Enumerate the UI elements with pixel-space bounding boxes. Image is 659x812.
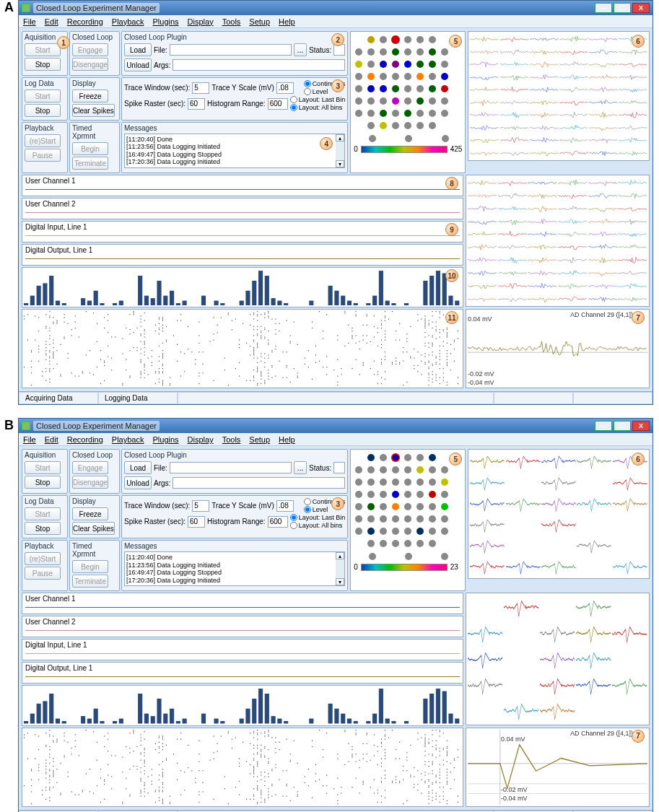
maximize-button[interactable]: ☐ — [614, 421, 631, 431]
mea-grid[interactable] — [354, 453, 462, 549]
electrode-dot[interactable] — [380, 122, 387, 129]
engage-button[interactable]: Engage — [72, 461, 108, 474]
menu-setup[interactable]: Setup — [249, 435, 270, 444]
electrode-dot[interactable] — [441, 466, 448, 473]
plugin-file-input[interactable] — [170, 462, 292, 473]
freeze-button[interactable]: Freeze — [72, 507, 108, 520]
close-button[interactable]: X — [632, 3, 650, 13]
messages-box[interactable]: [11:20:40] Done [11:23:56] Data Logging … — [124, 134, 345, 168]
menu-help[interactable]: Help — [279, 435, 295, 444]
menu-plugins[interactable]: Plugins — [152, 17, 178, 26]
menu-edit[interactable]: Edit — [45, 435, 58, 444]
lastbin-radio[interactable]: Layout: Last Bin — [290, 96, 346, 103]
plugin-unload-button[interactable]: Unload — [124, 58, 152, 71]
tracey-input[interactable] — [276, 500, 294, 512]
electrode-dot[interactable] — [380, 466, 387, 473]
electrode-dot[interactable] — [355, 479, 362, 486]
electrode-dot[interactable] — [404, 503, 411, 510]
menu-recording[interactable]: Recording — [67, 435, 103, 444]
electrode-dot[interactable] — [367, 48, 375, 56]
messages-scrollbar[interactable]: ▴▾ — [336, 552, 344, 585]
electrode-dot[interactable] — [404, 97, 411, 105]
electrode-dot[interactable] — [367, 491, 375, 498]
menu-tools[interactable]: Tools — [222, 17, 241, 26]
electrode-dot[interactable] — [380, 36, 387, 43]
mea-grid[interactable] — [354, 35, 462, 131]
menu-tools[interactable]: Tools — [222, 435, 241, 444]
electrode-dot[interactable] — [392, 540, 399, 547]
electrode-dot[interactable] — [429, 85, 436, 92]
spikeraster-input[interactable] — [188, 98, 205, 110]
electrode-dot[interactable] — [355, 503, 362, 510]
menu-display[interactable]: Display — [188, 435, 214, 444]
electrode-dot[interactable] — [355, 48, 362, 56]
electrode-dot[interactable] — [367, 454, 375, 461]
electrode-dot[interactable] — [404, 48, 411, 56]
electrode-dot[interactable] — [416, 479, 424, 486]
electrode-dot[interactable] — [367, 110, 375, 117]
plugin-load-button[interactable]: Load — [124, 43, 152, 56]
spike-shape-traces-continued[interactable] — [466, 593, 650, 725]
electrode-dot[interactable] — [416, 540, 424, 547]
menu-file[interactable]: File — [23, 435, 36, 444]
electrode-dot[interactable] — [392, 491, 399, 498]
lastbin-radio[interactable]: Layout: Last Bin — [290, 514, 346, 521]
electrode-dot[interactable] — [367, 73, 375, 80]
electrode-dot[interactable] — [429, 97, 436, 105]
electrode-dot[interactable] — [392, 110, 399, 117]
electrode-dot[interactable] — [416, 85, 424, 92]
electrode-dot[interactable] — [441, 515, 448, 523]
electrode-dot[interactable] — [416, 110, 424, 117]
electrode-dot[interactable] — [380, 479, 387, 486]
aquisition-stop-button[interactable]: Stop — [25, 476, 61, 489]
minimize-button[interactable]: — — [595, 3, 612, 13]
spike-shape-traces[interactable]: 6 — [468, 449, 650, 579]
electrode-dot[interactable] — [380, 110, 387, 117]
electrode-dot[interactable] — [380, 540, 387, 547]
electrode-dot[interactable] — [355, 491, 362, 498]
plugin-args-input[interactable] — [173, 477, 345, 489]
plugin-file-input[interactable] — [170, 44, 292, 56]
close-button[interactable]: X — [632, 421, 650, 431]
electrode-dot[interactable] — [404, 528, 411, 535]
allbins-radio[interactable]: Layout: All bins — [290, 522, 346, 529]
electrode-dot[interactable] — [429, 503, 436, 510]
electrode-dot[interactable] — [404, 466, 411, 473]
engage-button[interactable]: Engage — [72, 43, 108, 56]
extra-electrode[interactable] — [405, 553, 412, 560]
electrode-dot[interactable] — [404, 479, 411, 486]
electrode-dot[interactable] — [355, 73, 362, 80]
electrode-dot[interactable] — [404, 85, 411, 92]
spikeraster-input[interactable] — [188, 516, 205, 528]
terminate-button[interactable]: Terminate — [72, 575, 108, 588]
electrode-dot[interactable] — [355, 466, 362, 473]
electrode-dot[interactable] — [392, 454, 399, 461]
menu-setup[interactable]: Setup — [249, 17, 270, 26]
electrode-dot[interactable] — [416, 454, 424, 461]
aquisition-stop-button[interactable]: Stop — [25, 58, 61, 71]
electrode-dot[interactable] — [441, 85, 448, 92]
electrode-dot[interactable] — [380, 61, 387, 68]
electrode-dot[interactable] — [416, 36, 424, 43]
menu-display[interactable]: Display — [188, 17, 214, 26]
electrode-dot[interactable] — [380, 515, 387, 523]
electrode-dot[interactable] — [404, 540, 411, 547]
electrode-dot[interactable] — [367, 466, 375, 473]
menu-edit[interactable]: Edit — [45, 17, 58, 26]
electrode-dot[interactable] — [392, 36, 399, 43]
electrode-dot[interactable] — [404, 110, 411, 117]
electrode-dot[interactable] — [429, 61, 436, 68]
electrode-dot[interactable] — [392, 466, 399, 473]
restart-button[interactable]: (re)Start — [25, 134, 61, 147]
aquisition-start-button[interactable]: Start — [25, 461, 61, 474]
electrode-dot[interactable] — [367, 528, 375, 535]
electrode-dot[interactable] — [416, 61, 424, 68]
electrode-dot[interactable] — [392, 479, 399, 486]
extra-electrode[interactable] — [369, 135, 376, 142]
aquisition-start-button[interactable]: Start — [25, 43, 61, 56]
electrode-dot[interactable] — [404, 122, 411, 129]
maximize-button[interactable]: ☐ — [614, 3, 631, 13]
electrode-dot[interactable] — [355, 85, 362, 92]
electrode-dot[interactable] — [380, 85, 387, 92]
disengage-button[interactable]: Disengage — [72, 476, 108, 489]
